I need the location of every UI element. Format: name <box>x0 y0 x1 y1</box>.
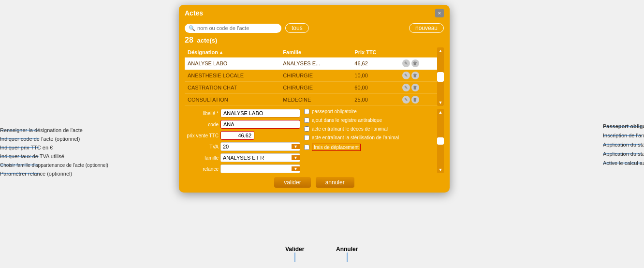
code-label: code <box>185 122 219 127</box>
left-annotations: Renseigner la désignation de l'acte Indi… <box>0 130 39 174</box>
libelle-label: libellé * <box>185 111 219 116</box>
cell-designation: CASTRATION CHAT <box>188 85 283 90</box>
row-icons: ✎ 🗑 <box>402 84 431 91</box>
tva-input[interactable] <box>221 143 292 150</box>
frais-label: frais de déplacement <box>312 144 361 151</box>
cell-prix: 60,00 <box>354 85 402 90</box>
ann-libelle: Renseigner la désignation de l'acte <box>0 127 83 133</box>
cell-famille: CHIRURGIE <box>283 73 354 78</box>
code-input[interactable] <box>220 120 300 129</box>
ann-decide: Application du statut décédé automatique… <box>603 142 644 148</box>
nouveau-button[interactable]: nouveau <box>409 23 444 33</box>
table-header: Désignation ▲ Famille Prix TTC <box>185 47 444 58</box>
table-row[interactable]: ANESTHESIE LOCALE CHIRURGIE 10,00 ✎ 🗑 <box>185 70 444 82</box>
ann-valider-bottom: Valider <box>285 246 304 253</box>
form-right: passeport obligatoire ajout dans le regi… <box>304 109 444 173</box>
ann-passeport: Passeport obligatoire sur dossier de l'a… <box>603 123 644 129</box>
edit-icon[interactable]: ✎ <box>402 84 410 91</box>
row-icons: ✎ 🗑 <box>402 96 431 104</box>
table-row[interactable]: CASTRATION CHAT CHIRURGIE 60,00 ✎ 🗑 <box>185 82 444 94</box>
form-scroll-down[interactable]: ▼ <box>439 167 443 172</box>
edit-icon[interactable]: ✎ <box>402 96 410 104</box>
right-annotations: Passeport obligatoire sur dossier de l'a… <box>603 126 642 164</box>
cell-designation: ANESTHESIE LOCALE <box>188 73 283 78</box>
antirabique-checkbox[interactable] <box>304 118 309 123</box>
ann-code: Indiquer code de l'acte (optionnel) <box>0 136 80 142</box>
count-number: 28 <box>185 36 193 44</box>
delete-icon[interactable]: 🗑 <box>411 96 419 104</box>
count-label: acte(s) <box>197 37 217 44</box>
checkbox-frais: frais de déplacement <box>304 144 444 151</box>
modal-title: Actes <box>185 9 203 17</box>
table-row[interactable]: ANALYSE LABO ANALYSES E... 46,62 ✎ 🗑 <box>185 58 444 70</box>
modal-close-button[interactable]: × <box>435 9 444 17</box>
form-scroll-thumb[interactable] <box>437 137 444 145</box>
checkbox-sterilisation: acte entraînant la stérilisation de l'an… <box>304 135 444 140</box>
table-scrollbar[interactable]: ▲ ▼ <box>437 47 444 106</box>
delete-icon[interactable]: 🗑 <box>411 72 419 79</box>
scroll-thumb[interactable] <box>437 72 444 82</box>
form-right-scrollbar[interactable]: ▲ ▼ <box>437 109 444 173</box>
edit-icon[interactable]: ✎ <box>402 60 410 67</box>
bottom-right-ann: Annuler <box>336 246 358 262</box>
form-row-relance: relance ▼ <box>185 164 300 173</box>
passeport-label: passeport obligatoire <box>312 109 357 114</box>
ann-tva: Indiquer taux de TVA utilisé <box>0 153 64 159</box>
valider-button[interactable]: valider <box>274 177 310 188</box>
row-icons: ✎ 🗑 <box>402 72 431 79</box>
form-row-libelle: libellé * <box>185 109 300 118</box>
col-designation: Désignation ▲ <box>188 49 283 55</box>
checkbox-deces: acte entraînant le décès de l'animal <box>304 126 444 132</box>
relance-label: relance <box>185 166 219 172</box>
prix-input[interactable] <box>220 131 254 140</box>
ann-frais-calc: Active le calcul automatique des frais d… <box>603 160 644 166</box>
famille-input[interactable] <box>221 154 292 162</box>
row-icons: ✎ 🗑 <box>402 60 431 67</box>
famille-dropdown-arrow[interactable]: ▼ <box>292 155 300 160</box>
frais-checkbox[interactable] <box>304 145 309 150</box>
deces-label: acte entraînant le décès de l'animal <box>312 126 388 132</box>
ann-annuler-bottom: Annuler <box>336 246 358 253</box>
cell-famille: ANALYSES E... <box>283 60 354 66</box>
search-input[interactable] <box>197 25 278 31</box>
antirabique-label: ajout dans le registre antirabique <box>312 118 382 123</box>
checkbox-passeport: passeport obligatoire <box>304 109 444 114</box>
cell-designation: CONSULTATION <box>188 97 283 103</box>
annuler-button[interactable]: annuler <box>316 177 354 188</box>
passeport-checkbox[interactable] <box>304 109 309 114</box>
delete-icon[interactable]: 🗑 <box>411 60 419 67</box>
cell-prix: 46,62 <box>354 60 402 66</box>
modal-dialog: Actes × 🔍 tous nouveau 28 acte(s) <box>179 5 450 193</box>
relance-input[interactable] <box>221 165 292 173</box>
cell-designation: ANALYSE LABO <box>188 60 283 66</box>
tva-dropdown-arrow[interactable]: ▼ <box>292 144 300 149</box>
search-input-wrap: 🔍 <box>185 24 281 33</box>
col-actions <box>402 49 431 55</box>
tva-label: TVA <box>185 144 219 149</box>
famille-select-wrap: ▼ <box>220 153 300 162</box>
col-prix: Prix TTC <box>354 49 402 55</box>
cell-prix: 10,00 <box>354 73 402 78</box>
edit-icon[interactable]: ✎ <box>402 72 410 79</box>
ann-prix: Indiquer prix TTC en € <box>0 145 53 150</box>
modal-body: 🔍 tous nouveau 28 acte(s) Désignation ▲ … <box>179 19 450 193</box>
sort-arrow: ▲ <box>219 50 223 55</box>
form-buttons: valider annuler <box>185 177 444 188</box>
form-section: libellé * code prix vente TTC <box>185 109 444 173</box>
table-rows: ANALYSE LABO ANALYSES E... 46,62 ✎ 🗑 ANE… <box>185 58 444 106</box>
modal-header: Actes × <box>179 5 450 19</box>
prix-label: prix vente TTC <box>185 133 219 138</box>
cell-famille: CHIRURGIE <box>283 85 354 90</box>
ann-relance: Paramétrer relance (optionnel) <box>0 171 72 177</box>
libelle-input[interactable] <box>220 109 300 118</box>
sterilisation-checkbox[interactable] <box>304 135 309 140</box>
scroll-up-arrow[interactable]: ▲ <box>439 48 443 53</box>
delete-icon[interactable]: 🗑 <box>411 84 419 91</box>
cell-prix: 25,00 <box>354 97 402 103</box>
table-row[interactable]: CONSULTATION MEDECINE 25,00 ✎ 🗑 <box>185 94 444 106</box>
filter-tous-button[interactable]: tous <box>285 23 309 33</box>
scroll-down-arrow[interactable]: ▼ <box>439 100 443 105</box>
relance-dropdown-arrow[interactable]: ▼ <box>292 166 300 171</box>
form-scroll-up[interactable]: ▲ <box>439 110 443 115</box>
deces-checkbox[interactable] <box>304 126 309 132</box>
